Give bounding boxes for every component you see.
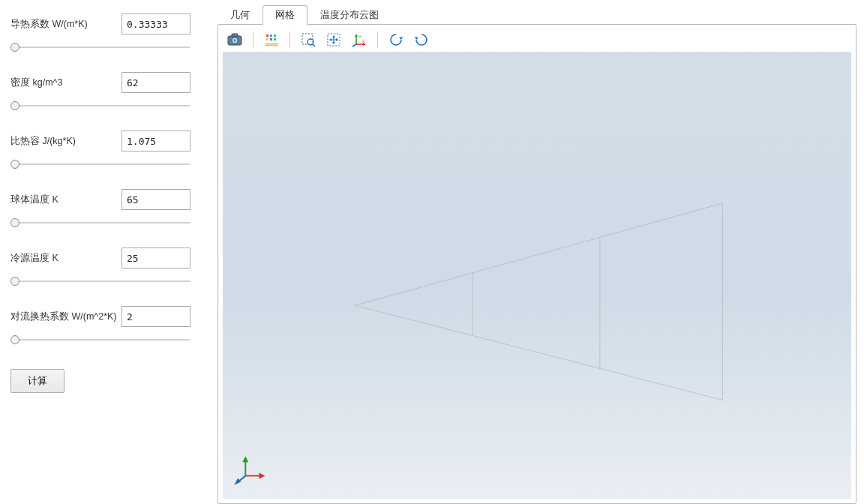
convection-coeff-input[interactable] bbox=[122, 306, 190, 327]
thermal-conductivity-slider[interactable] bbox=[10, 42, 190, 52]
density-input[interactable] bbox=[122, 72, 190, 93]
svg-text:x: x bbox=[362, 39, 364, 44]
param-label: 比热容 J/(kg*K) bbox=[10, 135, 122, 148]
thermal-conductivity-input[interactable] bbox=[122, 14, 190, 34]
pan-icon[interactable] bbox=[325, 31, 343, 49]
sphere-temp-input[interactable] bbox=[122, 189, 190, 210]
sphere-temp-slider[interactable] bbox=[10, 218, 190, 228]
toolbar-separator bbox=[377, 32, 378, 48]
cold-temp-input[interactable] bbox=[122, 248, 190, 268]
svg-rect-8 bbox=[270, 38, 272, 40]
toolbar-separator bbox=[253, 32, 254, 48]
param-label: 导热系数 W/(m*K) bbox=[10, 18, 122, 31]
specific-heat-input[interactable] bbox=[122, 130, 190, 152]
svg-rect-6 bbox=[274, 34, 276, 37]
param-convection-coeff: 对流换热系数 W/(m^2*K) bbox=[10, 306, 207, 345]
isometric-view-icon[interactable] bbox=[262, 31, 280, 49]
svg-line-12 bbox=[313, 44, 315, 46]
mesh-geometry bbox=[223, 52, 851, 499]
rotate-left-icon[interactable] bbox=[387, 31, 405, 49]
param-label: 冷源温度 K bbox=[10, 252, 122, 265]
density-slider[interactable] bbox=[10, 100, 190, 111]
param-label: 密度 kg/m^3 bbox=[10, 76, 122, 89]
tab-bar: 几何 网格 温度分布云图 bbox=[218, 4, 856, 24]
tab-geometry[interactable]: 几何 bbox=[218, 5, 262, 25]
param-cold-temp: 冷源温度 K bbox=[10, 248, 207, 286]
param-label: 球体温度 K bbox=[10, 194, 122, 206]
viewer-frame: Y x bbox=[218, 24, 856, 504]
svg-point-3 bbox=[233, 39, 236, 42]
param-specific-heat: 比热容 J/(kg*K) bbox=[10, 130, 207, 170]
param-label: 对流换热系数 W/(m^2*K) bbox=[10, 310, 122, 323]
svg-rect-7 bbox=[266, 38, 268, 40]
parameters-panel: 导热系数 W/(m*K) 密度 kg/m^3 比热容 J/(kg*K) bbox=[0, 0, 218, 504]
svg-line-16 bbox=[352, 44, 356, 46]
tab-temperature-contour[interactable]: 温度分布云图 bbox=[308, 5, 392, 25]
svg-rect-4 bbox=[266, 34, 268, 37]
convection-coeff-slider[interactable] bbox=[10, 334, 190, 345]
calculate-button[interactable]: 计算 bbox=[10, 369, 64, 393]
svg-rect-9 bbox=[274, 38, 276, 40]
rotate-right-icon[interactable] bbox=[412, 31, 430, 49]
camera-icon[interactable] bbox=[226, 31, 244, 49]
svg-text:Y: Y bbox=[358, 34, 362, 39]
toolbar-separator bbox=[290, 32, 290, 48]
cold-temp-slider[interactable] bbox=[10, 276, 190, 286]
tab-mesh[interactable]: 网格 bbox=[262, 5, 308, 25]
viewport-canvas[interactable] bbox=[223, 52, 851, 499]
zoom-area-icon[interactable] bbox=[299, 31, 317, 49]
specific-heat-slider[interactable] bbox=[10, 159, 190, 170]
axes-toggle-icon[interactable]: Y x bbox=[350, 31, 368, 49]
svg-rect-5 bbox=[270, 34, 272, 37]
param-thermal-conductivity: 导热系数 W/(m*K) bbox=[10, 14, 207, 52]
viewer-toolbar: Y x bbox=[223, 29, 851, 52]
viewer-area: 几何 网格 温度分布云图 bbox=[218, 0, 864, 504]
svg-rect-1 bbox=[232, 34, 238, 37]
param-sphere-temp: 球体温度 K bbox=[10, 189, 207, 228]
param-density: 密度 kg/m^3 bbox=[10, 72, 207, 111]
